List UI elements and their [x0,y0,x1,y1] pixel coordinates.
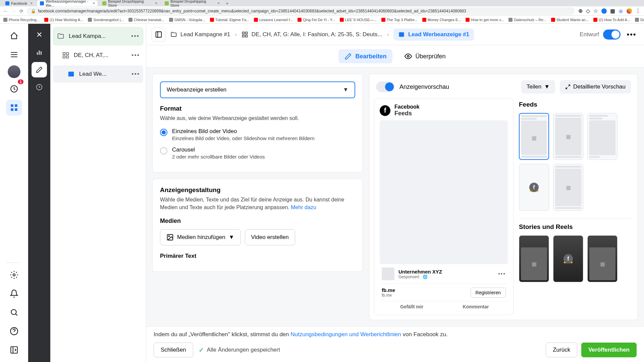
tab-shop2[interactable]: Beispiel Dropshipping Store× [162,0,222,6]
star-icon[interactable]: ☆ [593,8,598,14]
gear-icon[interactable] [6,267,22,283]
close-button[interactable]: Schließen [154,343,193,357]
reload-icon[interactable]: ⟳ [19,8,23,14]
close-icon[interactable]: × [155,1,157,6]
more-icon[interactable]: ••• [498,271,506,277]
close-icon[interactable]: × [217,1,220,6]
publish-button[interactable]: Veröffentlichen [581,343,637,357]
placement-thumb[interactable]: ⚠️f [519,164,549,211]
create-ad-select[interactable]: Werbeanzeige erstellen ▼ [160,81,355,98]
bookmark-item[interactable]: Student Wants an... [551,18,589,22]
edit-icon[interactable] [32,62,47,77]
more-icon[interactable]: ••• [625,27,639,42]
bookmark-item[interactable]: Download - Cooki... [635,18,644,22]
clock-icon[interactable] [32,79,47,95]
bookmark-item[interactable]: GMSN - Vologda... [169,18,205,22]
bookmark-item[interactable]: (1) How Working A... [44,18,84,22]
bookmark-item[interactable]: LEE´S HOUSE—... [340,18,377,22]
mock-cta-button[interactable]: Registrieren [471,288,506,298]
placement-thumb[interactable]: ▦ [553,164,583,211]
learn-more-link[interactable]: Mehr dazu [291,204,316,210]
preview-side: Feeds ▦ ▦ ⚠️f ▦ Stories und Reels ▦ ⚠ [519,98,633,315]
back-button[interactable]: Zurück [546,343,577,357]
radio-carousel[interactable]: Carousel 2 oder mehr scrollbare Bilder o… [160,146,355,160]
radio-button[interactable] [160,129,167,136]
placement-thumb[interactable]: ▦ [587,235,618,282]
preview-platform: Facebook [394,104,420,110]
tab-adsmanager[interactable]: Werbeanzeigenmanager - We...× [37,0,98,6]
forward-icon[interactable]: → [11,8,16,14]
radio-button[interactable] [160,147,167,155]
search-icon[interactable]: ⊕ [578,8,583,14]
extension-icon[interactable]: ◉ [619,8,623,14]
preview-main: f Facebook Feeds Unternehmen X [374,98,514,315]
detailed-preview-button[interactable]: Detaillierte Vorschau [560,80,631,94]
placement-thumb[interactable] [587,113,618,160]
bookmark-item[interactable]: Qing Fei De Yi - Y... [298,18,335,22]
home-icon[interactable] [6,28,22,44]
avatar[interactable] [8,65,20,78]
help-icon[interactable] [6,323,22,339]
comment-button[interactable]: Kommentar [444,304,508,309]
draft-toggle[interactable] [603,29,621,40]
bookmark-item[interactable]: Money Changes E... [422,18,461,22]
menu-icon[interactable] [6,47,22,63]
more-icon[interactable]: ••• [131,33,140,40]
tree-item-ad[interactable]: Lead We... ••• [53,65,143,83]
bookmark-item[interactable]: Lessons Learned f... [254,18,293,22]
menu-icon[interactable]: ⋮ [635,8,641,14]
chevron-down-icon: ▼ [544,83,550,90]
tree-item-campaign[interactable]: Lead Kampa... ••• [53,27,143,45]
placement-thumb[interactable]: ▦ [553,113,583,160]
close-icon[interactable]: ✕ [32,27,47,43]
profile-icon[interactable] [627,8,632,14]
more-icon[interactable]: ••• [131,71,140,78]
placement-thumb[interactable]: ▦ [519,235,549,282]
tree-item-adset[interactable]: DE, CH, AT,... ••• [53,47,143,64]
placement-thumb[interactable]: ▦ [519,113,549,160]
gauge-icon[interactable]: 1 [6,81,22,97]
svg-rect-13 [63,53,65,55]
breadcrumb-campaign[interactable]: Lead Kampagne #1 [170,31,230,38]
like-button[interactable]: Gefällt mir [380,304,444,309]
share-icon[interactable]: ◇ [586,8,590,14]
bookmark-item[interactable]: Chinese translati... [128,18,164,22]
preview-toggle[interactable] [376,81,395,92]
breadcrumb-adset[interactable]: DE, CH, AT, G: Alle, I: Fashion, A: 25-3… [241,31,382,38]
bookmark-item[interactable]: Sonderangebot |... [88,18,123,22]
share-button[interactable]: Teilen ▼ [521,80,555,94]
create-video-button[interactable]: Video erstellen [245,229,295,245]
search-icon[interactable] [6,304,22,320]
placement-thumb[interactable]: ⚠️f [553,235,583,282]
tree-panel: Lead Kampa... ••• DE, CH, AT,... ••• Lea… [50,24,146,362]
url-input[interactable]: 🔒facebook.com/adsmanager/manage/ads/edit… [27,7,575,15]
tab-edit[interactable]: Bearbeiten [338,49,392,63]
close-icon[interactable]: × [93,1,95,6]
chevron-right-icon: › [387,32,389,38]
bookmark-item[interactable]: Tutorial: Eigene Fa... [210,18,250,22]
bookmark-item[interactable]: Datenschutz – Re... [508,18,546,22]
close-icon[interactable]: × [30,1,33,6]
radio-single[interactable]: Einzelnes Bild oder Video Einzelnes Bild… [160,128,355,141]
chart-icon[interactable] [32,45,47,60]
tab-facebook[interactable]: Facebook× [3,0,35,6]
bookmark-item[interactable]: The Top 3 Platfor... [381,18,418,22]
add-media-button[interactable]: Medien hinzufügen ▼ [160,229,241,245]
extension-icon[interactable]: ▦ [610,8,615,14]
new-tab-button[interactable]: + [224,1,230,6]
back-icon[interactable]: ← [3,8,8,14]
bookmark-item[interactable]: (2) How To Add A... [593,18,630,22]
collapse-icon[interactable] [6,342,22,358]
bell-icon[interactable] [6,286,22,302]
tab-shop1[interactable]: Beispiel Dropshipping Store× [100,0,160,6]
extension-icon[interactable] [601,8,607,14]
more-icon[interactable]: ••• [131,52,140,59]
bookmark-item[interactable]: How to get more v... [466,18,504,22]
sidebar-toggle-icon[interactable] [152,27,166,42]
terms-link[interactable]: Nutzungsbedingungen und Werberichtlinien [290,331,401,338]
tab-review[interactable]: Überprüfen [398,49,451,63]
bookmark-item[interactable]: Phone Recycling... [3,18,40,22]
draft-label: Entwurf [580,31,599,38]
grid-icon[interactable] [6,100,22,116]
breadcrumb-ad[interactable]: Lead Werbeanzeige #1 [393,28,474,41]
